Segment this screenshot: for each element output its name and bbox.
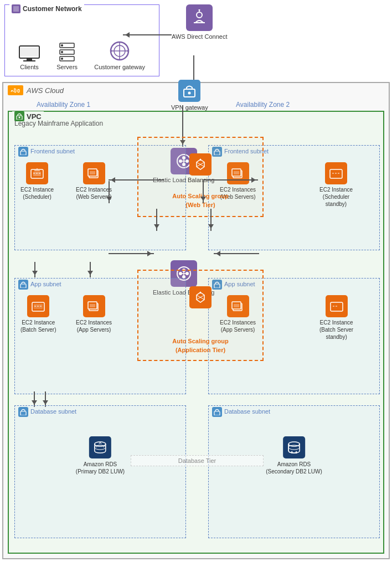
arrow-elb-top-down-l — [156, 209, 157, 231]
ec2-batch-standby-label: EC2 Instance(Batch Serverstandby) — [319, 319, 353, 341]
svg-rect-2 — [27, 58, 32, 60]
asg-web-icon — [189, 153, 212, 176]
customer-gateway-item: Customer gateway — [94, 40, 145, 70]
rds-primary: Amazon RDS(Primary DB2 LUW) — [76, 436, 125, 475]
ec2-batch-label: EC2 Instance(Batch Server) — [20, 319, 56, 333]
customer-network-icon — [12, 4, 20, 13]
svg-rect-74 — [214, 411, 220, 415]
db-subnet-1: Database subnet Amazon RDS(Primary DB2 L… — [14, 405, 186, 538]
ec2-batch-icon — [27, 295, 49, 317]
db-subnet-2: Database subnet Amazon RDS(Secondary DB2… — [208, 405, 380, 538]
ec2-webservers-1-icon — [83, 162, 105, 184]
arrow-h-elb-r — [214, 253, 259, 254]
asg-app-icon — [189, 286, 212, 308]
rds-secondary-label: Amazon RDS(Secondary DB2 LUW) — [266, 461, 322, 475]
db-subnet-1-label: Database subnet — [30, 408, 76, 415]
customer-network-title: Customer Network — [9, 4, 84, 13]
asg-app-label: Auto Scaling group(Application Tier) — [138, 337, 262, 354]
ec2-appservers-1: EC2 Instances(App Servers) — [76, 295, 112, 333]
svg-rect-53 — [20, 284, 26, 288]
vpn-gateway: VPN gateway — [171, 80, 208, 111]
asg-app: Auto Scaling group(Application Tier) — [137, 270, 264, 361]
vpc-box: VPC Legacy Mainframe Application VPN gat… — [8, 111, 384, 554]
ec2-scheduler: EC2 Instance(Scheduler) — [20, 162, 54, 200]
arrow-h-left-frontend — [109, 179, 164, 181]
db-subnet-1-lock — [18, 407, 28, 417]
ec2-batch-standby-icon — [326, 295, 348, 317]
arrow-h-right-frontend — [203, 179, 258, 181]
vpn-gateway-icon — [178, 80, 200, 102]
ec2-appservers-1-label: EC2 Instances(App Servers) — [76, 319, 112, 333]
svg-point-20 — [199, 9, 200, 11]
svg-point-8 — [61, 51, 63, 53]
ec2-scheduler-standby-label: EC2 Instance(Schedulerstandby) — [319, 186, 353, 208]
db-subnet-2-label: Database subnet — [224, 408, 270, 415]
servers-item: Servers — [56, 43, 78, 70]
app-subnet-1-lock — [18, 280, 28, 290]
customer-network-box: Customer Network Clients — [4, 4, 159, 76]
az1-label: Availability Zone 1 — [37, 101, 90, 109]
arrow-elb-appservers — [90, 262, 91, 277]
svg-point-24 — [188, 92, 191, 95]
database-tier-label: Database Tier — [131, 455, 264, 466]
vpn-gateway-label: VPN gateway — [171, 104, 208, 111]
svg-point-17 — [197, 12, 202, 18]
svg-marker-15 — [111, 50, 113, 52]
arrow-batch-db1 — [34, 391, 35, 407]
rds-secondary-icon — [283, 436, 305, 458]
aws-direct-connect: AWS Direct Connect — [172, 4, 227, 40]
app-subnet-1-label: App subnet — [30, 281, 61, 287]
svg-rect-42 — [330, 169, 342, 178]
svg-marker-16 — [126, 50, 128, 52]
rds-secondary: Amazon RDS(Secondary DB2 LUW) — [266, 436, 322, 475]
aws-cloud-header: AWS Cloud — [8, 85, 64, 95]
arrow-appservers-db1 — [45, 391, 46, 407]
svg-point-10 — [61, 58, 63, 60]
customer-network-items: Clients Servers — [5, 5, 159, 76]
frontend-subnet-1-label: Frontend subnet — [30, 148, 75, 154]
arrow-elb-frontend-r — [203, 181, 204, 203]
arrow-dc-cg — [123, 34, 172, 35]
ec2-scheduler-label: EC2 Instance(Scheduler) — [20, 186, 54, 200]
svg-rect-37 — [90, 171, 95, 174]
arrow-elb-frontend-l — [109, 181, 110, 203]
svg-point-76 — [288, 445, 300, 450]
svg-rect-63 — [331, 302, 343, 311]
svg-rect-32 — [20, 151, 26, 155]
frontend-subnet-1-lock — [18, 147, 28, 157]
ec2-scheduler-icon — [26, 162, 48, 184]
legacy-mainframe-label: Legacy Mainframe Application — [14, 120, 103, 127]
rds-primary-label: Amazon RDS(Primary DB2 LUW) — [76, 461, 125, 475]
aws-logo — [8, 85, 23, 95]
aws-direct-connect-icon — [186, 4, 213, 31]
svg-point-6 — [61, 44, 63, 47]
servers-icon — [59, 43, 75, 61]
ec2-appservers-1-icon — [83, 295, 105, 317]
svg-rect-58 — [90, 304, 95, 307]
ec2-scheduler-standby-icon — [325, 162, 347, 184]
svg-marker-45 — [199, 158, 202, 161]
customer-gateway-icon — [109, 40, 130, 61]
rds-primary-icon — [89, 436, 111, 458]
clients-icon — [19, 45, 40, 61]
aws-cloud: AWS Cloud Availability Zone 1 Availabili… — [2, 82, 390, 559]
svg-rect-4 — [20, 48, 38, 56]
arrow-elb-batch — [34, 262, 35, 277]
ec2-batch-standby: EC2 Instance(Batch Serverstandby) — [319, 295, 353, 341]
svg-rect-55 — [34, 304, 43, 309]
arrow-h-elb-l — [109, 253, 154, 254]
az2-label: Availability Zone 2 — [236, 101, 290, 109]
clients-item: Clients — [19, 45, 40, 70]
svg-rect-0 — [13, 6, 19, 12]
arrow-elb-top-down-r — [210, 209, 212, 231]
db-subnet-2-lock — [212, 407, 222, 417]
ec2-batch: EC2 Instance(Batch Server) — [20, 295, 56, 333]
ec2-scheduler-standby: EC2 Instance(Schedulerstandby) — [319, 162, 353, 208]
svg-rect-3 — [23, 60, 35, 61]
svg-point-22 — [19, 117, 20, 118]
svg-marker-66 — [199, 291, 202, 293]
asg-web: Auto Scaling group(Web Tier) — [137, 137, 264, 217]
svg-rect-67 — [20, 411, 26, 415]
svg-rect-34 — [33, 172, 41, 176]
ec2-webservers-1: EC2 Instances(Web Servers) — [76, 162, 112, 200]
